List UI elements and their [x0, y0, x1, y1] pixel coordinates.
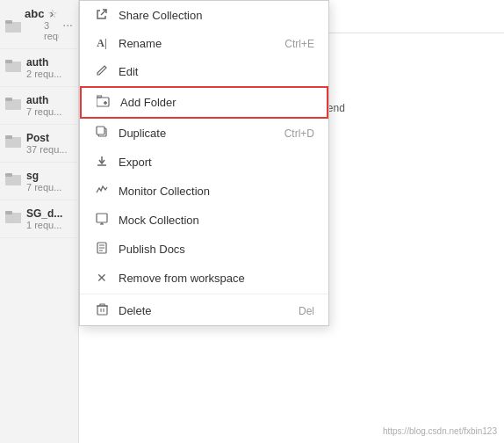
sidebar-item-sub: 7 requ...	[26, 182, 73, 192]
mock-icon	[94, 213, 110, 228]
sidebar-item-content: sg 7 requ...	[26, 170, 73, 192]
menu-item-delete[interactable]: Delete Del	[80, 296, 328, 325]
folder-icon	[5, 96, 21, 110]
menu-item-remove[interactable]: ✕ Remove from workspace	[80, 264, 328, 292]
duplicate-shortcut: Ctrl+D	[284, 127, 314, 140]
menu-divider	[80, 294, 328, 294]
export-icon	[94, 155, 110, 170]
folder-icon	[5, 134, 21, 148]
sidebar-item-name: auth	[26, 94, 73, 106]
folder-icon	[5, 18, 21, 33]
app-container: abc ☆ 3 requests › ··· auth 2 requ...	[0, 0, 504, 443]
svg-rect-17	[97, 127, 104, 134]
svg-rect-11	[5, 211, 12, 214]
menu-item-monitor-label: Monitor Collection	[119, 185, 314, 198]
sidebar-item-sub: 1 requ...	[26, 220, 73, 230]
menu-item-export-label: Export	[119, 156, 314, 169]
svg-rect-13	[97, 98, 109, 106]
menu-item-rename[interactable]: A| Rename Ctrl+E	[80, 30, 328, 57]
folder-icon	[5, 58, 21, 72]
add-folder-icon	[96, 95, 112, 110]
rename-icon: A|	[94, 37, 110, 50]
menu-item-add-folder-label: Add Folder	[120, 96, 313, 109]
chevron-right-icon: ›	[50, 7, 54, 20]
menu-item-delete-label: Delete	[119, 304, 290, 317]
menu-item-remove-label: Remove from workspace	[119, 272, 314, 285]
top-item-name: abc	[25, 7, 44, 20]
menu-item-add-folder[interactable]: Add Folder	[80, 86, 328, 119]
svg-rect-20	[97, 214, 107, 222]
remove-icon: ✕	[94, 271, 110, 285]
menu-item-share-label: Share Collection	[119, 9, 314, 22]
sidebar-item-content: Post 37 requ...	[26, 132, 73, 155]
duplicate-icon	[94, 126, 110, 141]
share-icon	[94, 8, 110, 23]
edit-icon	[94, 64, 110, 79]
sidebar-item-content: SG_d... 1 requ...	[26, 207, 73, 230]
publish-icon	[94, 242, 110, 257]
menu-item-duplicate-label: Duplicate	[119, 127, 276, 140]
top-item-meta: 3 requests	[44, 20, 59, 41]
monitor-icon	[94, 184, 110, 199]
sidebar: abc ☆ 3 requests › ··· auth 2 requ...	[0, 0, 79, 443]
menu-item-export[interactable]: Export	[80, 148, 328, 177]
sidebar-item-content: auth 2 requ...	[26, 56, 73, 79]
sidebar-item-sub: 7 requ...	[26, 106, 73, 117]
svg-rect-3	[5, 60, 12, 63]
sidebar-item-auth2[interactable]: auth 7 requ...	[0, 87, 78, 125]
svg-rect-27	[97, 306, 107, 315]
menu-item-edit-label: Edit	[119, 65, 314, 78]
svg-rect-7	[5, 135, 12, 139]
sidebar-item-name: sg	[26, 170, 73, 182]
context-menu: Share Collection A| Rename Ctrl+E Edit	[79, 0, 329, 326]
menu-item-monitor[interactable]: Monitor Collection	[80, 177, 328, 206]
folder-icon	[5, 209, 21, 223]
rename-shortcut: Ctrl+E	[284, 38, 314, 50]
sidebar-item-name: Post	[26, 132, 73, 144]
menu-item-mock-label: Mock Collection	[119, 214, 314, 227]
delete-shortcut: Del	[299, 305, 314, 317]
menu-item-publish[interactable]: Publish Docs	[80, 235, 328, 264]
sidebar-item-name: auth	[26, 56, 73, 69]
menu-item-duplicate[interactable]: Duplicate Ctrl+D	[80, 119, 328, 148]
more-options-button[interactable]: ···	[62, 18, 73, 32]
svg-rect-5	[5, 98, 12, 101]
sidebar-item-sg[interactable]: sg 7 requ...	[0, 163, 78, 200]
svg-line-12	[101, 10, 106, 15]
sidebar-item-name: SG_d...	[26, 207, 73, 220]
sidebar-item-post[interactable]: Post 37 requ...	[0, 125, 78, 163]
sidebar-top-item[interactable]: abc ☆ 3 requests › ···	[0, 0, 78, 49]
menu-item-mock[interactable]: Mock Collection	[80, 206, 328, 235]
folder-icon	[5, 171, 21, 185]
menu-item-edit[interactable]: Edit	[80, 57, 328, 86]
menu-item-share[interactable]: Share Collection	[80, 1, 328, 30]
delete-icon	[94, 303, 110, 318]
sidebar-item-sg-d[interactable]: SG_d... 1 requ...	[0, 200, 78, 238]
svg-rect-9	[5, 173, 12, 177]
sidebar-item-auth1[interactable]: auth 2 requ...	[0, 49, 78, 87]
menu-item-publish-label: Publish Docs	[119, 243, 314, 256]
menu-item-rename-label: Rename	[119, 37, 276, 50]
sidebar-item-content: auth 7 requ...	[26, 94, 73, 117]
svg-rect-1	[5, 20, 12, 24]
sidebar-item-sub: 2 requ...	[26, 69, 73, 79]
sidebar-item-sub: 37 requ...	[26, 144, 73, 155]
